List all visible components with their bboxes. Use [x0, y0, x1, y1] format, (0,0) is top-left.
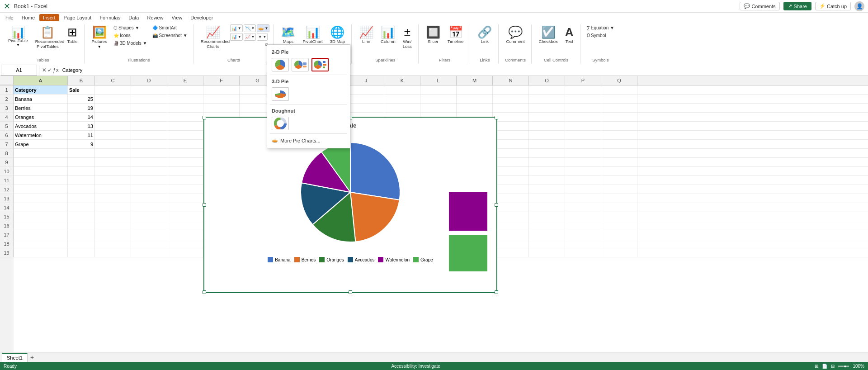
cell-13-2[interactable] — [68, 194, 95, 203]
cell-1-2[interactable]: Sale — [68, 85, 95, 94]
col-header-q[interactable]: Q — [601, 76, 637, 85]
pie-exploded-thumb[interactable] — [292, 58, 309, 71]
catch-up-button[interactable]: ⚡ Catch up — [815, 2, 851, 10]
cell-8-15[interactable] — [529, 149, 565, 157]
handle-bm[interactable] — [349, 290, 352, 294]
cell-13-16[interactable] — [565, 194, 601, 203]
3d-pie-thumb[interactable] — [272, 87, 289, 101]
menu-insert[interactable]: Insert — [39, 14, 59, 21]
cell-16-1[interactable] — [14, 221, 68, 230]
table-button[interactable]: ⊞ Table — [65, 24, 80, 46]
cell-5-16[interactable] — [565, 122, 601, 130]
cell-12-1[interactable] — [14, 185, 68, 194]
cell-12-4[interactable] — [131, 185, 167, 194]
cell-3-14[interactable] — [493, 104, 529, 112]
cell-2-4[interactable] — [131, 95, 167, 103]
row-header-18[interactable]: 18 — [0, 239, 14, 248]
cell-15-5[interactable] — [167, 212, 203, 221]
cell-4-3[interactable] — [95, 113, 131, 121]
row-header-8[interactable]: 8 — [0, 149, 14, 158]
cell-15-16[interactable] — [565, 212, 601, 221]
cell-3-13[interactable] — [457, 104, 493, 112]
cell-17-14[interactable] — [493, 230, 529, 239]
cell-11-14[interactable] — [493, 176, 529, 185]
comments-button[interactable]: 💬 Comments — [740, 2, 779, 10]
pie-slice-1[interactable] — [350, 192, 400, 242]
cell-16-15[interactable] — [529, 221, 565, 230]
cell-19-14[interactable] — [493, 248, 529, 257]
cell-17-15[interactable] — [529, 230, 565, 239]
cell-17-2[interactable] — [68, 230, 95, 239]
cell-17-17[interactable] — [601, 230, 637, 239]
page-break-view-icon[interactable]: ⊟ — [831, 364, 835, 369]
sheet-tab-1[interactable]: Sheet1 — [2, 353, 28, 362]
cell-2-6[interactable] — [203, 95, 240, 103]
timeline-button[interactable]: 📅 Timeline — [445, 24, 467, 46]
cell-8-14[interactable] — [493, 149, 529, 157]
cell-15-15[interactable] — [529, 212, 565, 221]
cell-10-3[interactable] — [95, 167, 131, 176]
cell-2-13[interactable] — [457, 95, 493, 103]
avatar[interactable]: 👤 — [854, 1, 864, 11]
cell-12-15[interactable] — [529, 185, 565, 194]
cell-9-16[interactable] — [565, 158, 601, 166]
cell-2-12[interactable] — [420, 95, 457, 103]
col-header-o[interactable]: O — [529, 76, 565, 85]
symbol-button[interactable]: Ω Symbol — [585, 32, 616, 39]
cell-4-15[interactable] — [529, 113, 565, 121]
cell-3-5[interactable] — [167, 104, 203, 112]
cell-5-15[interactable] — [529, 122, 565, 130]
cell-7-1[interactable]: Grape — [14, 140, 68, 148]
cell-5-14[interactable] — [493, 122, 529, 130]
insert-function-icon[interactable]: ƒx — [53, 67, 59, 73]
cell-11-3[interactable] — [95, 176, 131, 185]
cell-8-17[interactable] — [601, 149, 637, 157]
row-header-19[interactable]: 19 — [0, 248, 14, 257]
menu-view[interactable]: View — [168, 14, 186, 21]
cell-14-14[interactable] — [493, 203, 529, 212]
cell-15-1[interactable] — [14, 212, 68, 221]
cell-6-14[interactable] — [493, 131, 529, 139]
cell-16-5[interactable] — [167, 221, 203, 230]
cell-1-5[interactable] — [167, 85, 203, 94]
row-header-6[interactable]: 6 — [0, 131, 14, 140]
cell-1-6[interactable] — [203, 85, 240, 94]
cell-19-5[interactable] — [167, 248, 203, 257]
cell-9-1[interactable] — [14, 158, 68, 166]
cell-1-17[interactable] — [601, 85, 637, 94]
column-sparkline-button[interactable]: 📊 Column — [378, 24, 398, 46]
cell-17-16[interactable] — [565, 230, 601, 239]
cell-16-2[interactable] — [68, 221, 95, 230]
row-header-14[interactable]: 14 — [0, 203, 14, 212]
cell-4-5[interactable] — [167, 113, 203, 121]
col-header-n[interactable]: N — [493, 76, 529, 85]
cell-13-4[interactable] — [131, 194, 167, 203]
row-header-12[interactable]: 12 — [0, 185, 14, 194]
cell-18-3[interactable] — [95, 239, 131, 248]
3d-models-button[interactable]: 🗿 3D Models ▼ — [112, 40, 149, 47]
cell-11-15[interactable] — [529, 176, 565, 185]
cell-14-1[interactable] — [14, 203, 68, 212]
row-header-1[interactable]: 1 — [0, 85, 14, 95]
cell-15-4[interactable] — [131, 212, 167, 221]
cell-12-3[interactable] — [95, 185, 131, 194]
select-all-button[interactable] — [0, 76, 14, 85]
row-header-10[interactable]: 10 — [0, 167, 14, 176]
row-header-11[interactable]: 11 — [0, 176, 14, 185]
cell-9-3[interactable] — [95, 158, 131, 166]
cell-18-4[interactable] — [131, 239, 167, 248]
menu-page-layout[interactable]: Page Layout — [60, 14, 95, 21]
cell-11-4[interactable] — [131, 176, 167, 185]
cell-3-10[interactable] — [348, 104, 384, 112]
cell-9-4[interactable] — [131, 158, 167, 166]
cell-16-4[interactable] — [131, 221, 167, 230]
cell-10-17[interactable] — [601, 167, 637, 176]
cell-2-1[interactable]: Banana — [14, 95, 68, 103]
icons-button[interactable]: ⭐ Icons — [112, 32, 149, 39]
smartart-button[interactable]: 🔷 SmartArt — [151, 24, 189, 31]
cell-6-15[interactable] — [529, 131, 565, 139]
cell-2-14[interactable] — [493, 95, 529, 103]
cell-19-16[interactable] — [565, 248, 601, 257]
cell-5-2[interactable]: 13 — [68, 122, 95, 130]
cell-15-14[interactable] — [493, 212, 529, 221]
